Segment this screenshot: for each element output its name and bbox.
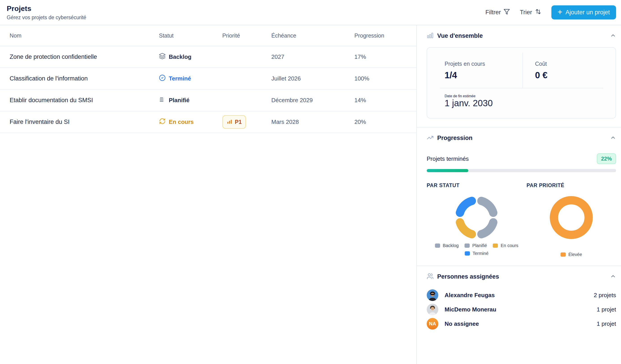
column-header-due: Échéance [271,32,354,39]
stat-label: Projets en cours [445,61,522,67]
toolbar: Filtrer Trier + Ajouter un projet [485,5,616,19]
assignees-section-header: Personnes assignées [427,271,616,282]
project-name: Etablir documentation du SMSI [10,97,159,104]
status-chart-legend: BacklogPlanifiéEn coursTerminé [432,243,521,256]
column-header-priority: Priorité [222,32,271,39]
priority-badge: P1 [222,115,246,129]
priority-chart: PAR PRIORITÉ Élevée [527,182,616,257]
assignee-project-count: 2 projets [594,292,616,299]
page-subtitle: Gérez vos projets de cybersécurité [7,15,86,21]
charts-area: PAR STATUT BacklogPlanifiéEn coursTermin… [427,182,616,257]
due-date: Juillet 2026 [271,75,354,82]
legend-item: Élevée [561,252,582,257]
avatar-initials: NA [427,318,438,330]
bar-chart-outline-icon [427,32,434,40]
filter-icon [503,9,510,16]
check-circle-icon [159,75,166,83]
stat-label: Date de fin estimée [445,94,603,98]
table-row[interactable]: Faire l'inventaire du SI En cours P1 Mar… [0,111,416,133]
stat-label: Coût [535,61,616,67]
completed-projects-row: Projets terminés 22% [427,153,616,164]
users-icon [427,273,434,281]
sort-button[interactable]: Trier [520,8,542,16]
status-cell: Backlog [159,53,222,61]
add-project-button[interactable]: + Ajouter un projet [551,5,616,19]
assignee-row[interactable]: MicDemo Monerau 1 projet [427,302,616,317]
legend-chip [561,253,566,257]
overview-card-top: Projets en cours 1/4 Coût 0 € [427,48,616,88]
chevron-up-icon [610,135,616,141]
status-chart-title: PAR STATUT [427,182,460,189]
avatar [427,289,438,301]
stat-projects-in-progress: Projets en cours 1/4 [427,48,522,88]
avatar [427,304,438,315]
list-lines-icon [159,96,166,104]
due-date: Mars 2028 [271,118,354,126]
status-label: Terminé [169,75,191,82]
overview-collapse-button[interactable] [610,32,616,39]
page-title: Projets [7,4,86,13]
projects-page: Projets Gérez vos projets de cybersécuri… [0,0,621,364]
due-date: 2027 [271,53,354,60]
status-cell: En cours [159,118,222,126]
sort-button-label: Trier [520,9,532,16]
legend-chip [465,251,470,255]
title-block: Projets Gérez vos projets de cybersécuri… [7,4,86,21]
project-name: Zone de protection confidentielle [10,53,159,60]
assignees-title: Personnes assignées [437,273,499,280]
legend-label: Élevée [569,252,582,257]
legend-chip [435,243,440,248]
column-header-status: Statut [159,32,222,39]
status-donut-chart [455,196,499,239]
completed-percent-badge: 22% [597,153,616,164]
overview-section-header: Vue d'ensemble [427,31,616,41]
legend-chip [493,243,498,248]
overview-section: Vue d'ensemble Projets en cours 1/4 Coût… [417,25,621,127]
status-label: Backlog [169,53,191,60]
table-row[interactable]: Etablir documentation du SMSI Planifié D… [0,90,416,111]
due-date: Décembre 2029 [271,97,354,104]
plus-icon: + [558,8,562,16]
table-row[interactable]: Zone de protection confidentielle Backlo… [0,46,416,68]
table-row[interactable]: Classification de l'information Terminé … [0,68,416,90]
assignee-project-count: 1 projet [597,320,616,327]
stat-value: 0 € [535,70,616,80]
progression-section-header: Progression [427,133,616,143]
status-label: Planifié [169,97,190,104]
progress-fill [427,169,468,172]
status-label: En cours [169,118,194,126]
priority-chart-title: PAR PRIORITÉ [527,182,564,189]
progression-collapse-button[interactable] [610,135,616,141]
legend-chip [465,243,470,248]
progress-value: 17% [354,53,416,60]
overview-card: Projets en cours 1/4 Coût 0 € Date de fi… [427,47,616,118]
legend-item: Terminé [465,251,488,256]
assignee-project-count: 1 projet [597,306,616,313]
trending-up-icon [427,134,434,142]
projects-table: Nom Statut Priorité Échéance Progression… [0,25,416,364]
legend-label: En cours [500,243,518,248]
filter-button[interactable]: Filtrer [485,9,510,16]
stat-cost: Coût 0 € [522,48,616,88]
progress-bar [427,169,616,172]
chevron-up-icon [610,273,616,280]
column-header-name: Nom [10,32,159,39]
column-header-progress: Progression [354,32,416,39]
progress-value: 14% [354,97,416,104]
assignees-collapse-button[interactable] [610,273,616,280]
assignees-section: Personnes assignées Alexandre Feugas 2 p… [417,266,621,339]
legend-item: Backlog [435,243,459,248]
legend-item: En cours [493,243,518,248]
assignee-name: Alexandre Feugas [445,292,495,299]
table-header-row: Nom Statut Priorité Échéance Progression [0,25,416,46]
assignee-row[interactable]: NA No assignee 1 projet [427,317,616,331]
completed-projects-label: Projets terminés [427,155,469,162]
sort-arrows-icon [535,8,542,16]
bar-chart-icon [226,118,233,126]
assignee-row[interactable]: Alexandre Feugas 2 projets [427,288,616,302]
stat-estimated-end-date: Date de fin estimée 1 janv. 2030 [427,88,616,118]
legend-item: Planifié [465,243,487,248]
legend-label: Backlog [443,243,459,248]
assignee-name: No assignee [445,320,479,327]
progress-value: 100% [354,75,416,82]
